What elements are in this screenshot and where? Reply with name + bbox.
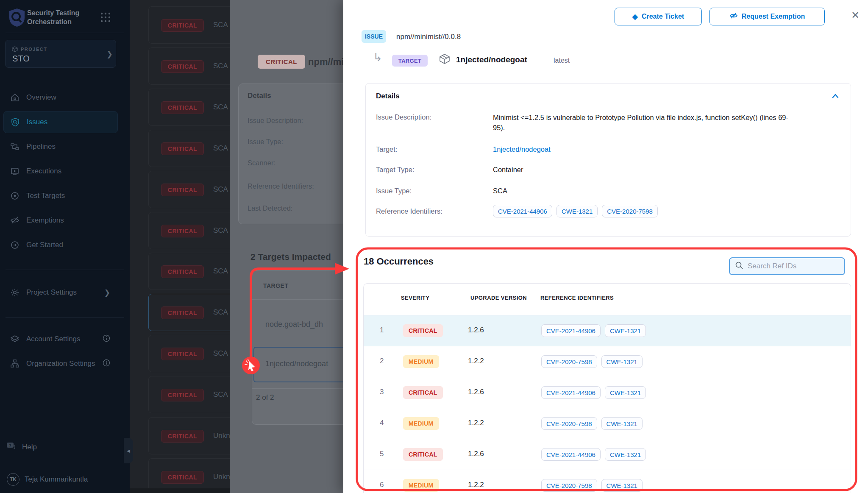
reference-chips: CVE-2021-44906CWE-1321CVE-2020-7598 bbox=[493, 205, 662, 217]
issue-list-row: CRITICALSCA bbox=[148, 89, 230, 126]
occurrence-row[interactable]: 3CRITICAL1.2.6CVE-2021-44906CWE-1321 bbox=[364, 377, 851, 408]
severity-badge: MEDIUM bbox=[403, 355, 439, 368]
occurrence-row[interactable]: 5CRITICAL1.2.6CVE-2021-44906CWE-1321 bbox=[364, 439, 851, 470]
issue-type: SCA bbox=[213, 185, 228, 194]
reference-chip[interactable]: CVE-2020-7598 bbox=[541, 355, 597, 368]
reference-chip[interactable]: CWE-1321 bbox=[605, 448, 646, 461]
row-number: 6 bbox=[380, 481, 384, 489]
target-row: node.goat-bd_dh bbox=[265, 320, 323, 329]
field-label: Scanner: bbox=[248, 159, 275, 167]
reference-chip[interactable]: CVE-2020-7598 bbox=[541, 479, 597, 492]
issue-type-value: SCA bbox=[493, 187, 507, 195]
reference-chip[interactable]: CVE-2021-44906 bbox=[541, 448, 601, 461]
occurrence-row[interactable]: 2MEDIUM1.2.2CVE-2020-7598CWE-1321 bbox=[364, 346, 851, 377]
row-number: 5 bbox=[380, 450, 384, 458]
field-label: Target: bbox=[376, 145, 397, 153]
sidebar-divider bbox=[6, 317, 124, 318]
reference-chip[interactable]: CWE-1321 bbox=[601, 417, 643, 430]
sidebar-item-executions[interactable]: Executions bbox=[3, 160, 118, 182]
severity-badge: CRITICAL bbox=[161, 265, 204, 278]
sidebar-item-help[interactable]: ? Help bbox=[6, 441, 37, 453]
upgrade-version: 1.2.6 bbox=[468, 326, 484, 334]
targets-impacted-heading: 2 Targets Impacted bbox=[250, 252, 331, 262]
severity-badge: CRITICAL bbox=[161, 389, 204, 401]
org-chart-icon bbox=[10, 359, 19, 368]
chevron-up-icon[interactable] bbox=[831, 92, 840, 102]
sidebar-item-organization-settings[interactable]: Organization Settings bbox=[3, 353, 118, 375]
field-label: Issue Type: bbox=[248, 138, 283, 146]
search-input[interactable] bbox=[748, 262, 832, 270]
search-icon bbox=[735, 261, 743, 271]
occurrences-table: SEVERITY UPGRADE VERSION REFERENCE IDENT… bbox=[363, 283, 851, 493]
help-label: Help bbox=[22, 443, 37, 451]
close-icon[interactable]: ✕ bbox=[851, 9, 860, 21]
pipelines-icon bbox=[10, 142, 19, 151]
app-switcher-grid-icon[interactable] bbox=[100, 12, 111, 23]
severity-badge: CRITICAL bbox=[403, 324, 443, 337]
occurrence-row[interactable]: 1CRITICAL1.2.6CVE-2021-44906CWE-1321 bbox=[364, 315, 851, 346]
target-tag: TARGET bbox=[392, 55, 428, 67]
field-label: Reference Identifiers: bbox=[376, 207, 442, 215]
sidebar-item-get-started[interactable]: Get Started bbox=[3, 234, 118, 256]
severity-badge: CRITICAL bbox=[403, 448, 443, 461]
issue-details-drawer: ◆ Create Ticket Request Exemption ✕ ISSU… bbox=[343, 0, 868, 493]
reference-chip[interactable]: CWE-1321 bbox=[601, 355, 643, 368]
severity-badge: CRITICAL bbox=[161, 225, 204, 237]
svg-text:?: ? bbox=[9, 443, 11, 448]
issue-list-row: CRITICALSCA bbox=[148, 376, 230, 413]
sidebar-item-test-targets[interactable]: Test Targets bbox=[3, 185, 118, 207]
info-icon bbox=[103, 334, 110, 344]
reference-chips: CVE-2021-44906CWE-1321 bbox=[541, 324, 650, 337]
reference-chip[interactable]: CVE-2021-44906 bbox=[541, 324, 601, 337]
severity-badge: CRITICAL bbox=[161, 430, 204, 443]
reference-chip[interactable]: CVE-2021-44906 bbox=[493, 205, 552, 217]
request-exemption-button[interactable]: Request Exemption bbox=[709, 8, 825, 25]
sidebar-item-project-settings[interactable]: Project Settings ❯ bbox=[3, 281, 118, 304]
sidebar-item-label: Overview bbox=[26, 93, 56, 102]
sidebar-item-pipelines[interactable]: Pipelines bbox=[3, 136, 118, 158]
severity-badge: MEDIUM bbox=[403, 479, 439, 492]
target-link[interactable]: 1njected/nodegoat bbox=[493, 145, 551, 153]
occurrence-row[interactable]: 4MEDIUM1.2.2CVE-2020-7598CWE-1321 bbox=[364, 408, 851, 439]
issue-title-clipped: npm//min bbox=[308, 56, 343, 67]
sidebar-item-label: Account Settings bbox=[26, 335, 81, 343]
reference-chip[interactable]: CWE-1321 bbox=[601, 479, 643, 492]
create-ticket-label: Create Ticket bbox=[642, 13, 684, 20]
user-profile[interactable]: TK Teja Kummarikuntla bbox=[7, 473, 88, 486]
sidebar-item-overview[interactable]: Overview bbox=[3, 86, 118, 109]
upgrade-version: 1.2.6 bbox=[468, 388, 484, 396]
request-exemption-label: Request Exemption bbox=[742, 13, 805, 20]
severity-badge: CRITICAL bbox=[258, 55, 305, 69]
app-logo-shield-icon bbox=[8, 8, 26, 27]
sidebar-item-label: Issues bbox=[27, 118, 47, 126]
sidebar-item-issues[interactable]: Issues bbox=[3, 111, 118, 133]
reference-chip[interactable]: CVE-2021-44906 bbox=[541, 386, 601, 399]
upgrade-version: 1.2.6 bbox=[468, 450, 484, 458]
reference-chip[interactable]: CWE-1321 bbox=[605, 386, 646, 399]
eye-off-icon bbox=[10, 216, 19, 225]
issue-type: SCA bbox=[213, 62, 228, 70]
reference-chip[interactable]: CWE-1321 bbox=[605, 324, 646, 337]
reference-chip[interactable]: CWE-1321 bbox=[556, 205, 598, 217]
severity-badge: CRITICAL bbox=[161, 471, 204, 484]
sidebar-collapse-handle[interactable]: ◀ bbox=[124, 438, 133, 463]
field-label: Reference Identifiers: bbox=[248, 182, 314, 190]
reference-chip[interactable]: CVE-2020-7598 bbox=[541, 417, 597, 430]
occurrence-row[interactable]: 6MEDIUM1.2.2CVE-2020-7598CWE-1321 bbox=[364, 470, 851, 493]
ticket-diamond-icon: ◆ bbox=[632, 12, 638, 21]
sidebar-item-exemptions[interactable]: Exemptions bbox=[3, 209, 118, 231]
issue-list-row: CRITICALSCA bbox=[148, 171, 230, 208]
upgrade-version: 1.2.2 bbox=[468, 357, 484, 365]
sidebar-item-account-settings[interactable]: Account Settings bbox=[3, 328, 118, 350]
project-selector[interactable]: PROJECT STO ❯ bbox=[5, 40, 116, 68]
details-card bbox=[238, 84, 343, 224]
field-label: Last Detected: bbox=[248, 204, 292, 212]
search-ref-ids[interactable] bbox=[729, 257, 845, 275]
reference-chip[interactable]: CVE-2020-7598 bbox=[602, 205, 658, 217]
sidebar-item-label: Organization Settings bbox=[26, 359, 95, 368]
create-ticket-button[interactable]: ◆ Create Ticket bbox=[615, 8, 702, 25]
issue-type: SCA bbox=[213, 267, 228, 276]
row-number: 1 bbox=[380, 326, 384, 334]
issue-list-row: CRITICALSCA bbox=[148, 47, 230, 85]
package-box-icon bbox=[439, 53, 450, 66]
